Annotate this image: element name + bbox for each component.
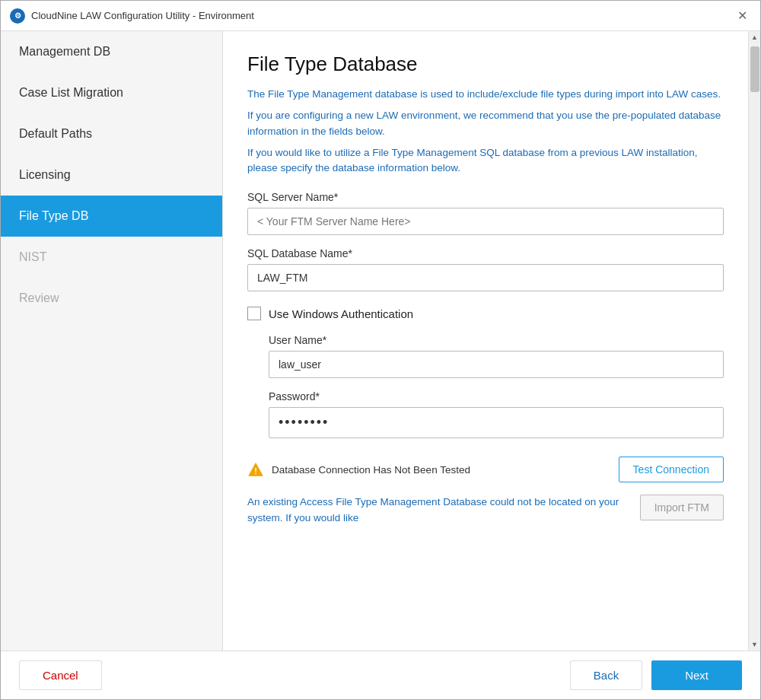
footer-bar: Cancel Back Next xyxy=(1,651,760,699)
import-text: An existing Access File Type Management … xyxy=(247,495,628,526)
close-button[interactable]: ✕ xyxy=(733,7,751,25)
scroll-up-arrow[interactable]: ▲ xyxy=(749,31,761,43)
desc3: If you would like to utilize a File Type… xyxy=(247,145,724,177)
sql-server-label: SQL Server Name* xyxy=(247,191,724,203)
desc2: If you are configuring a new LAW environ… xyxy=(247,108,724,139)
scroll-track[interactable] xyxy=(749,43,760,638)
content-area: File Type Database The File Type Managem… xyxy=(223,31,748,651)
svg-text:!: ! xyxy=(254,467,257,476)
test-connection-button[interactable]: Test Connection xyxy=(619,457,724,482)
warning-text: Database Connection Has Not Been Tested xyxy=(272,464,611,476)
form-section: SQL Server Name* SQL Database Name* Use … xyxy=(247,191,724,526)
windows-auth-row: Use Windows Authentication xyxy=(247,307,724,320)
sidebar-item-case-list-migration[interactable]: Case List Migration xyxy=(1,72,222,113)
page-title: File Type Database xyxy=(247,52,724,76)
app-icon-glyph: ⚙ xyxy=(14,11,21,20)
desc1: The File Type Management database is use… xyxy=(247,87,724,102)
window-title: CloudNine LAW Configuration Utility - En… xyxy=(31,10,254,21)
import-ftm-button: Import FTM xyxy=(640,495,724,520)
password-label: Password* xyxy=(269,390,724,402)
username-label: User Name* xyxy=(269,334,724,346)
cancel-button[interactable]: Cancel xyxy=(19,660,102,690)
sidebar-item-default-paths[interactable]: Default Paths xyxy=(1,113,222,154)
title-bar: ⚙ CloudNine LAW Configuration Utility - … xyxy=(1,1,760,31)
windows-auth-checkbox[interactable] xyxy=(247,307,261,320)
sidebar: Management DB Case List Migration Defaul… xyxy=(1,31,223,651)
footer-right: Back Next xyxy=(570,660,742,690)
title-bar-left: ⚙ CloudNine LAW Configuration Utility - … xyxy=(10,8,254,24)
footer-left: Cancel xyxy=(19,660,102,690)
sidebar-item-file-type-db[interactable]: File Type DB xyxy=(1,196,222,237)
warning-icon: ! xyxy=(247,461,264,478)
sql-db-input[interactable] xyxy=(247,264,724,291)
windows-auth-label: Use Windows Authentication xyxy=(269,307,413,320)
indented-fields: User Name* Password* xyxy=(269,334,724,450)
warning-row: ! Database Connection Has Not Been Teste… xyxy=(247,457,724,482)
scroll-thumb[interactable] xyxy=(750,46,759,92)
sidebar-item-management-db[interactable]: Management DB xyxy=(1,31,222,72)
next-button[interactable]: Next xyxy=(651,660,742,690)
username-input[interactable] xyxy=(269,351,724,378)
sidebar-item-nist: NIST xyxy=(1,237,222,278)
scroll-down-arrow[interactable]: ▼ xyxy=(749,638,761,651)
sidebar-item-review: Review xyxy=(1,278,222,319)
scrollbar: ▲ ▼ xyxy=(748,31,760,651)
sidebar-item-licensing[interactable]: Licensing xyxy=(1,154,222,196)
back-button[interactable]: Back xyxy=(570,660,642,690)
app-icon: ⚙ xyxy=(10,8,25,24)
import-ftm-section: An existing Access File Type Management … xyxy=(247,495,724,526)
password-input[interactable] xyxy=(269,407,724,438)
main-window: ⚙ CloudNine LAW Configuration Utility - … xyxy=(0,0,761,700)
sql-db-label: SQL Database Name* xyxy=(247,247,724,259)
sql-server-input[interactable] xyxy=(247,208,724,235)
main-content: Management DB Case List Migration Defaul… xyxy=(1,31,760,651)
